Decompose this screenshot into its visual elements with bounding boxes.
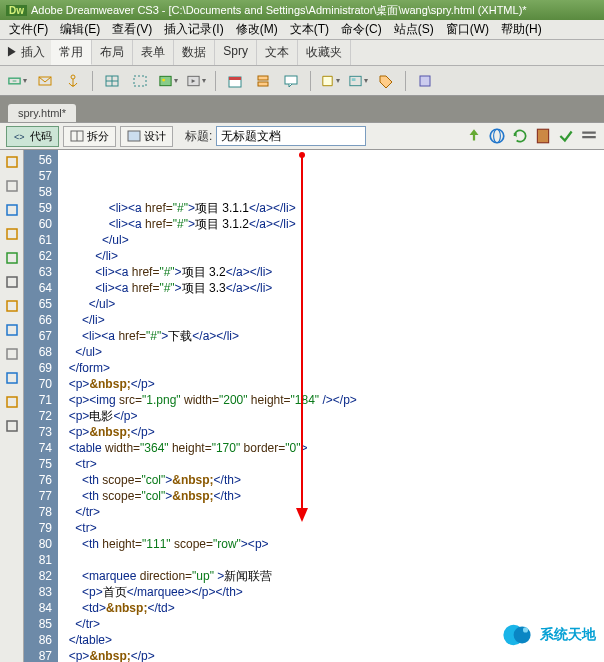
svg-point-25 — [490, 129, 504, 143]
check-icon[interactable] — [557, 127, 575, 145]
menu-item[interactable]: 文件(F) — [4, 19, 53, 40]
date-icon[interactable] — [224, 70, 246, 92]
open-icon[interactable] — [4, 154, 20, 170]
insert-tab[interactable]: Spry — [215, 40, 257, 65]
svg-rect-33 — [7, 205, 17, 215]
table-icon[interactable] — [101, 70, 123, 92]
insert-tab[interactable]: 收藏夹 — [298, 40, 351, 65]
media-icon[interactable]: ▾ — [185, 70, 207, 92]
svg-rect-34 — [7, 229, 17, 239]
document-toolbar: <> 代码 拆分 设计 标题: — [0, 122, 604, 150]
code-line[interactable]: <tr> — [62, 520, 604, 536]
split-view-button[interactable]: 拆分 — [63, 126, 116, 147]
insert-tab[interactable]: 数据 — [174, 40, 215, 65]
code-line[interactable]: <th scope="col">&nbsp;</th> — [62, 488, 604, 504]
code-line[interactable]: <marquee direction="up" >新闻联营 — [62, 568, 604, 584]
menu-item[interactable]: 文本(T) — [285, 19, 334, 40]
code-line[interactable]: <p>首页</marquee></p></th> — [62, 584, 604, 600]
svg-rect-32 — [7, 181, 17, 191]
search-icon[interactable] — [4, 322, 20, 338]
code-line[interactable]: <table width="364" height="170" border="… — [62, 440, 604, 456]
insert-toolbar: ▾ ▾ ▾ ▾ ▾ — [0, 66, 604, 96]
design-view-button[interactable]: 设计 — [120, 126, 173, 147]
menu-item[interactable]: 站点(S) — [389, 19, 439, 40]
paren-icon[interactable] — [4, 274, 20, 290]
code-line[interactable]: <p>&nbsp;</p> — [62, 424, 604, 440]
div-icon[interactable] — [129, 70, 151, 92]
menu-item[interactable]: 修改(M) — [231, 19, 283, 40]
book-icon[interactable] — [534, 127, 552, 145]
insert-bar: ▶ 插入 常用布局表单数据Spry文本收藏夹 — [0, 40, 604, 66]
svg-rect-30 — [582, 136, 596, 138]
code-line[interactable]: <li><a href="#">下载</a></li> — [62, 328, 604, 344]
code-line[interactable]: <th scope="col">&nbsp;</th> — [62, 472, 604, 488]
hash-icon[interactable] — [4, 202, 20, 218]
template-icon[interactable]: ▾ — [347, 70, 369, 92]
code-view-button[interactable]: <> 代码 — [6, 126, 59, 147]
list-icon[interactable] — [4, 346, 20, 362]
svg-rect-39 — [7, 349, 17, 359]
svg-rect-28 — [537, 129, 548, 143]
code-line[interactable]: </ul> — [62, 344, 604, 360]
code-line[interactable]: <li><a href="#">项目 3.3</a></li> — [62, 280, 604, 296]
code-line[interactable]: <td>&nbsp;</td> — [62, 600, 604, 616]
insert-tab[interactable]: 文本 — [257, 40, 298, 65]
code-line[interactable]: </tr> — [62, 504, 604, 520]
anchor-icon[interactable] — [62, 70, 84, 92]
comment-icon[interactable] — [280, 70, 302, 92]
menu-item[interactable]: 编辑(E) — [55, 19, 105, 40]
code-line[interactable]: <th height="111" scope="row"><p> — [62, 536, 604, 552]
code-line[interactable]: </ul> — [62, 296, 604, 312]
refresh-icon[interactable] — [511, 127, 529, 145]
widget-icon[interactable] — [414, 70, 436, 92]
pin-icon[interactable] — [4, 178, 20, 194]
star-icon[interactable] — [4, 226, 20, 242]
code-line[interactable]: <li><a href="#">项目 3.1.2</a></li> — [62, 216, 604, 232]
menu-item[interactable]: 窗口(W) — [441, 19, 494, 40]
code-line[interactable]: <li><a href="#">项目 3.1.1</a></li> — [62, 200, 604, 216]
svg-rect-8 — [134, 76, 146, 86]
svg-rect-40 — [7, 373, 17, 383]
code-line[interactable]: <p>&nbsp;</p> — [62, 376, 604, 392]
email-icon[interactable] — [34, 70, 56, 92]
browser-icon[interactable] — [488, 127, 506, 145]
upload-icon[interactable] — [465, 127, 483, 145]
menu-item[interactable]: 命令(C) — [336, 19, 387, 40]
grid-icon[interactable] — [4, 370, 20, 386]
code-line[interactable]: <tr> — [62, 456, 604, 472]
tag-icon[interactable] — [375, 70, 397, 92]
svg-point-26 — [494, 129, 501, 143]
image-icon[interactable]: ▾ — [157, 70, 179, 92]
code-line[interactable]: </li> — [62, 248, 604, 264]
svg-rect-16 — [258, 82, 268, 86]
menu-item[interactable]: 插入记录(I) — [159, 19, 228, 40]
document-tab[interactable]: spry.html* — [8, 104, 76, 122]
hyperlink-icon[interactable]: ▾ — [6, 70, 28, 92]
insert-tab[interactable]: 布局 — [92, 40, 133, 65]
page-title-input[interactable] — [216, 126, 366, 146]
insert-tab[interactable]: 表单 — [133, 40, 174, 65]
insert-expand[interactable]: ▶ 插入 — [0, 44, 51, 61]
insert-tab[interactable]: 常用 — [51, 40, 92, 65]
server-icon[interactable] — [252, 70, 274, 92]
code-line[interactable]: </form> — [62, 360, 604, 376]
align-icon[interactable] — [4, 418, 20, 434]
svg-rect-24 — [128, 131, 140, 141]
code-line[interactable]: <p>电影</p> — [62, 408, 604, 424]
script-icon[interactable]: ▾ — [319, 70, 341, 92]
bolt-icon[interactable] — [4, 298, 20, 314]
code-line[interactable]: <p><img src="1.png" width="200" height="… — [62, 392, 604, 408]
brace-icon[interactable] — [4, 250, 20, 266]
code-line[interactable]: <li><a href="#">项目 3.2</a></li> — [62, 264, 604, 280]
code-line[interactable]: </ul> — [62, 232, 604, 248]
code-line[interactable] — [62, 552, 604, 568]
menu-item[interactable]: 帮助(H) — [496, 19, 547, 40]
watermark-text: 系统天地 — [540, 626, 596, 644]
menu-item[interactable]: 查看(V) — [107, 19, 157, 40]
pencil-icon[interactable] — [4, 394, 20, 410]
options-icon[interactable] — [580, 127, 598, 145]
svg-point-48 — [523, 627, 528, 632]
menu-bar: 文件(F)编辑(E)查看(V)插入记录(I)修改(M)文本(T)命令(C)站点(… — [0, 20, 604, 40]
code-line[interactable]: </li> — [62, 312, 604, 328]
code-area[interactable]: <li><a href="#">项目 3.1.1</a></li> <li><a… — [58, 150, 604, 662]
